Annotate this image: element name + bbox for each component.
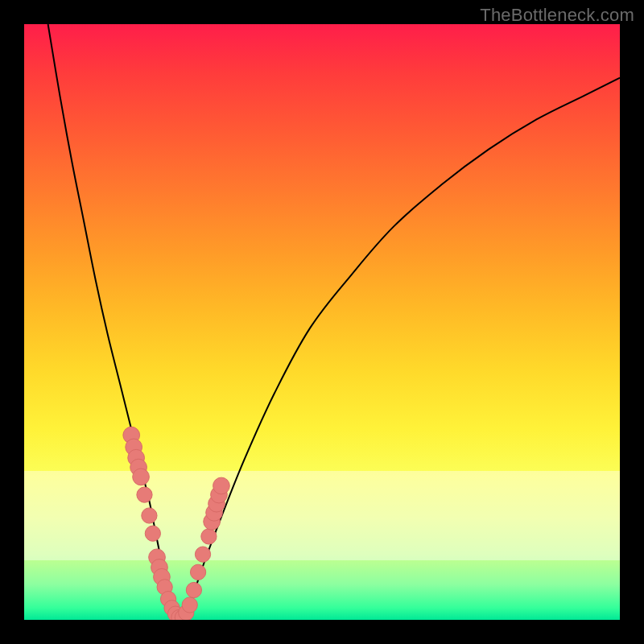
curve-layer [24, 24, 620, 620]
watermark-text: TheBottleneck.com [480, 5, 634, 26]
curve-marker [133, 469, 150, 485]
marker-group [123, 427, 229, 620]
curve-marker [201, 529, 217, 544]
curve-marker [213, 477, 230, 494]
curve-marker [195, 547, 210, 562]
curve-marker [142, 508, 157, 523]
curve-marker [182, 597, 197, 613]
curve-marker [186, 582, 201, 597]
curve-marker [145, 526, 160, 541]
curve-marker [190, 564, 205, 580]
curve-marker [137, 487, 152, 502]
bottleneck-curve-path [48, 24, 620, 620]
chart-frame: TheBottleneck.com [0, 0, 644, 644]
plot-area [24, 24, 620, 620]
